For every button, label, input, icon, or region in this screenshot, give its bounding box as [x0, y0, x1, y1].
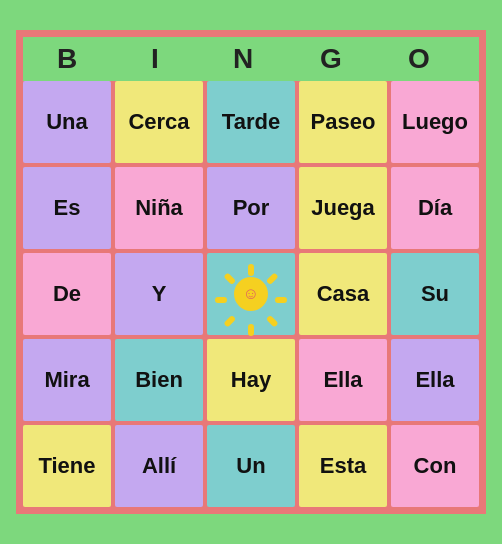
- cell-r1-c4: Día: [391, 167, 479, 249]
- cell-r4-c4: Con: [391, 425, 479, 507]
- cell-r0-c1: Cerca: [115, 81, 203, 163]
- sun-icon: ☺: [224, 267, 278, 321]
- cell-r1-c0: Es: [23, 167, 111, 249]
- bingo-card: BINGO UnaCercaTardePaseoLuegoEsNiñaPorJu…: [16, 30, 486, 514]
- cell-r2-c4: Su: [391, 253, 479, 335]
- cell-r0-c0: Una: [23, 81, 111, 163]
- header-letter-i: I: [111, 37, 199, 81]
- cell-r2-c0: De: [23, 253, 111, 335]
- cell-r0-c4: Luego: [391, 81, 479, 163]
- cell-r3-c1: Bien: [115, 339, 203, 421]
- cell-r2-c1: Y: [115, 253, 203, 335]
- cell-r4-c3: Esta: [299, 425, 387, 507]
- cell-r2-c3: Casa: [299, 253, 387, 335]
- cell-r4-c0: Tiene: [23, 425, 111, 507]
- header-letter-b: B: [23, 37, 111, 81]
- cell-r1-c2: Por: [207, 167, 295, 249]
- cell-r2-c2: ☺: [207, 253, 295, 335]
- cell-r3-c2: Hay: [207, 339, 295, 421]
- bingo-grid: UnaCercaTardePaseoLuegoEsNiñaPorJuegaDía…: [23, 81, 479, 507]
- cell-r1-c3: Juega: [299, 167, 387, 249]
- header-letter-n: N: [199, 37, 287, 81]
- header-letter-o: O: [375, 37, 463, 81]
- bingo-header: BINGO: [23, 37, 479, 81]
- cell-r4-c1: Allí: [115, 425, 203, 507]
- header-letter-g: G: [287, 37, 375, 81]
- cell-r3-c4: Ella: [391, 339, 479, 421]
- cell-r3-c0: Mira: [23, 339, 111, 421]
- cell-r4-c2: Un: [207, 425, 295, 507]
- cell-r1-c1: Niña: [115, 167, 203, 249]
- cell-r0-c2: Tarde: [207, 81, 295, 163]
- cell-r0-c3: Paseo: [299, 81, 387, 163]
- cell-r3-c3: Ella: [299, 339, 387, 421]
